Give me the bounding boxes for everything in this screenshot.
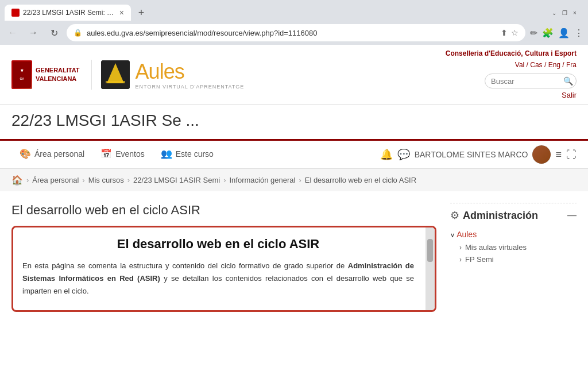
resource-text: En esta página se comenta la estructura … — [22, 260, 414, 298]
sidebar-gear-icon: ⚙ — [450, 209, 459, 222]
user-avatar[interactable] — [532, 145, 551, 164]
address-actions: ⬆ ☆ — [501, 28, 519, 37]
area-personal-icon: 🎨 — [20, 148, 31, 159]
breadcrumb-current: El desarrollo web en el ciclo ASIR — [305, 176, 416, 184]
eventos-icon: 📅 — [100, 148, 112, 159]
breadcrumb-mis-cursos[interactable]: Mis cursos — [88, 176, 124, 184]
svg-text:GV: GV — [20, 77, 24, 80]
reload-button[interactable]: ↻ — [46, 25, 62, 41]
window-controls: ⌄ ❐ × — [550, 9, 583, 17]
sidebar: ⚙ Administración — ∨ Aules › Mis aulas v… — [450, 203, 577, 312]
gv-text: GENERALITAT VALENCIANA — [36, 66, 80, 83]
resource-text-part1: En esta página se comenta la estructura … — [22, 261, 348, 270]
breadcrumb-area-personal[interactable]: Área personal — [32, 176, 79, 184]
active-tab[interactable]: 22/23 LMSGI 1ASIR Semi: El desa... × — [5, 5, 131, 21]
breadcrumb-course[interactable]: 22/23 LMSGI 1ASIR Semi — [133, 176, 220, 184]
sidebar-link-aules[interactable]: ∨ Aules — [450, 227, 577, 241]
lang-bar[interactable]: Val / Cas / Eng / Fra — [446, 61, 577, 69]
nav-item-eventos[interactable]: 📅 Eventos — [92, 142, 153, 167]
nav-label-eventos: Eventos — [115, 149, 145, 159]
new-tab-button[interactable]: + — [133, 5, 149, 21]
lang-cas[interactable]: Cas — [530, 61, 542, 69]
breadcrumb-home[interactable]: 🏠 — [11, 175, 23, 186]
bell-icon[interactable]: 🔔 — [380, 148, 393, 161]
tab-bar: 22/23 LMSGI 1ASIR Semi: El desa... × + ⌄… — [0, 0, 588, 21]
resource-box: El desarrollo web en el ciclo ASIR En es… — [11, 226, 436, 312]
content-title: El desarrollo web en el ciclo ASIR — [11, 203, 436, 218]
pen-icon[interactable]: ✏ — [530, 28, 537, 38]
sidebar-sub-fp-semi[interactable]: › FP Semi — [450, 253, 577, 265]
puzzle-icon[interactable]: 🧩 — [542, 28, 554, 38]
logo-area: ⚜ GV GENERALITAT VALENCIANA — [11, 60, 244, 90]
sidebar-sub-label-mis-aulas: Mis aulas virtuales — [465, 243, 527, 252]
scroll-thumb — [427, 239, 433, 262]
page-title-bar: 22/23 LMSGI 1ASIR Se ... — [0, 105, 588, 141]
svg-text:⚜: ⚜ — [20, 68, 24, 72]
tab-close-button[interactable]: × — [119, 8, 124, 17]
breadcrumb-sep-2: › — [127, 176, 130, 184]
conselleria-text: Conselleria d'Educació, Cultura i Esport — [446, 49, 577, 57]
maximize-button[interactable]: ❐ — [560, 9, 568, 17]
sidebar-sub-mis-aulas[interactable]: › Mis aulas virtuales — [450, 241, 577, 253]
address-bar[interactable]: 🔒 aules.edu.gva.es/semipresencial/mod/re… — [67, 24, 525, 41]
share-icon[interactable]: ⬆ — [501, 28, 508, 37]
este-curso-icon: 👥 — [161, 148, 172, 159]
search-icon: 🔍 — [563, 76, 573, 86]
gv-emblem: ⚜ GV — [11, 60, 32, 89]
sidebar-sub-label-fp-semi: FP Semi — [465, 255, 494, 264]
header-right: Conselleria d'Educació, Cultura i Esport… — [446, 49, 577, 99]
lang-val[interactable]: Val — [515, 61, 524, 69]
content-area: El desarrollo web en el ciclo ASIR El de… — [11, 203, 450, 312]
star-icon[interactable]: ☆ — [511, 28, 519, 37]
sub-arrow-icon-1: › — [459, 256, 462, 264]
sidebar-section-aules: ∨ Aules › Mis aulas virtuales › FP Semi — [450, 227, 577, 265]
resource-content: El desarrollo web en el ciclo ASIR En es… — [22, 237, 425, 298]
aules-subtitle: ENTORN VIRTUAL D'APRENENTATGE — [136, 84, 245, 90]
minimize-button[interactable]: ⌄ — [550, 9, 558, 17]
site-header: ⚜ GV GENERALITAT VALENCIANA — [0, 45, 588, 105]
salir-link[interactable]: Salir — [446, 91, 577, 99]
search-input[interactable] — [491, 77, 560, 86]
aules-logo: Aules ENTORN VIRTUAL D'APRENENTATGE — [91, 60, 245, 90]
aules-title: Aules — [136, 60, 245, 84]
header-top: ⚜ GV GENERALITAT VALENCIANA — [11, 45, 577, 104]
browser-chrome: 22/23 LMSGI 1ASIR Semi: El desa... × + ⌄… — [0, 0, 588, 45]
user-name: BARTOLOME SINTES MARCO — [415, 150, 528, 159]
nav-label-area-personal: Área personal — [34, 149, 84, 159]
sidebar-header: ⚙ Administración — — [450, 203, 577, 222]
breadcrumb-info[interactable]: Información general — [229, 176, 295, 184]
chat-icon[interactable]: 💬 — [397, 148, 410, 161]
search-row: 🔍 — [446, 74, 577, 88]
nav-item-area-personal[interactable]: 🎨 Área personal — [11, 142, 92, 167]
nav-menu-icon[interactable]: ≡ — [555, 149, 562, 161]
main-content: El desarrollo web en el ciclo ASIR El de… — [0, 191, 588, 323]
sidebar-title: Administración — [463, 210, 538, 222]
url-text: aules.edu.gva.es/semipresencial/mod/reso… — [87, 29, 496, 37]
svg-rect-5 — [106, 81, 125, 83]
lock-icon: 🔒 — [74, 29, 82, 37]
nav-bar: 🎨 Área personal 📅 Eventos 👥 Este curso 🔔… — [0, 141, 588, 169]
resource-scrollbar[interactable] — [425, 227, 435, 310]
search-box[interactable]: 🔍 — [485, 74, 577, 88]
breadcrumb-sep-4: › — [299, 176, 301, 184]
forward-button[interactable]: → — [25, 25, 41, 41]
nav-item-este-curso[interactable]: 👥 Este curso — [153, 142, 222, 167]
profile-icon[interactable]: 👤 — [558, 28, 570, 38]
aules-icon — [101, 60, 130, 89]
generalitat-logo: ⚜ GV GENERALITAT VALENCIANA — [11, 60, 80, 89]
avatar-image — [532, 145, 551, 164]
menu-dots-icon[interactable]: ⋮ — [574, 28, 583, 38]
aules-title-block: Aules ENTORN VIRTUAL D'APRENENTATGE — [136, 60, 245, 90]
resource-heading: El desarrollo web en el ciclo ASIR — [22, 237, 414, 252]
nav-right: 🔔 💬 BARTOLOME SINTES MARCO ≡ ⛶ — [380, 141, 577, 168]
lang-eng[interactable]: Eng — [548, 61, 560, 69]
close-button[interactable]: × — [571, 9, 579, 17]
sidebar-collapse-icon[interactable]: — — [567, 210, 577, 221]
breadcrumb-sep-1: › — [82, 176, 84, 184]
nav-expand-icon[interactable]: ⛶ — [566, 149, 577, 161]
lang-fra[interactable]: Fra — [566, 61, 577, 69]
breadcrumb: 🏠 › Área personal › Mis cursos › 22/23 L… — [0, 169, 588, 191]
page-title: 22/23 LMSGI 1ASIR Se ... — [11, 111, 577, 130]
svg-rect-0 — [13, 61, 31, 88]
back-button[interactable]: ← — [5, 25, 21, 41]
